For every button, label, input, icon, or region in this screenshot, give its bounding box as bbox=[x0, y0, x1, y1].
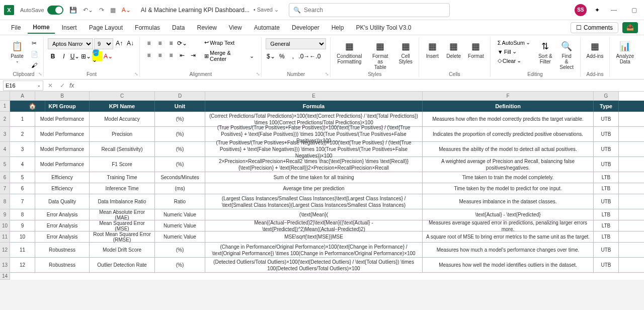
percent-icon[interactable]: % bbox=[277, 51, 287, 61]
search-box[interactable]: 🔍 bbox=[289, 3, 450, 17]
find-select-button[interactable]: 🔍 Find & Select bbox=[557, 38, 576, 71]
cut-icon[interactable]: ✂ bbox=[29, 38, 39, 48]
autosum-button[interactable]: Σ AutoSum ⌄ bbox=[495, 38, 533, 47]
orientation-icon[interactable]: ⟳⌄ bbox=[177, 38, 187, 48]
increase-decimal-icon[interactable]: .0→ bbox=[299, 51, 309, 61]
cell-definition[interactable]: Measures how often the model correctly p… bbox=[423, 112, 594, 126]
cell-group[interactable]: Error Analysis bbox=[35, 231, 90, 242]
tab-automate[interactable]: Automate bbox=[249, 22, 285, 33]
cell-num[interactable]: 8 bbox=[10, 209, 35, 220]
tab-file[interactable]: File bbox=[6, 22, 26, 33]
font-select[interactable]: Aptos Narrow bbox=[48, 38, 93, 49]
cell-name[interactable]: Model Accuracy bbox=[90, 112, 155, 126]
align-center-icon[interactable]: ≡ bbox=[155, 50, 165, 60]
cell-num[interactable]: 6 bbox=[10, 183, 35, 194]
col-header-d[interactable]: D bbox=[155, 92, 205, 101]
conditional-formatting-button[interactable]: ▦ Conditional Formatting bbox=[335, 38, 364, 65]
col-header-a[interactable]: A bbox=[10, 92, 35, 101]
cell-formula[interactable]: (Detected Outliers/Total Outliers)×100(\… bbox=[205, 258, 423, 272]
cell-unit[interactable]: (%) bbox=[155, 157, 205, 172]
cell-type[interactable]: LTB bbox=[594, 172, 619, 183]
number-launcher[interactable]: ⤡ bbox=[325, 71, 329, 76]
cell-definition[interactable]: A weighted average of Precision and Reca… bbox=[423, 157, 594, 172]
cell-group[interactable]: Error Analysis bbox=[35, 220, 90, 231]
cell-formula[interactable]: Average time per prediction bbox=[205, 183, 423, 194]
cell-definition[interactable]: Measures how much a model's performance … bbox=[423, 243, 594, 257]
cell-formula[interactable]: (Change in Performance/Original Performa… bbox=[205, 243, 423, 257]
cell-type[interactable]: LTB bbox=[594, 220, 619, 231]
fill-color-icon[interactable]: 🪣⌄ bbox=[92, 51, 102, 61]
name-box[interactable]: E16⌄ bbox=[3, 81, 43, 91]
saved-label[interactable]: • Saved ⌄ bbox=[254, 7, 279, 13]
cell-group[interactable]: Efficiency bbox=[35, 183, 90, 194]
cell-group[interactable]: Model Performance bbox=[35, 142, 90, 157]
grid-icon[interactable]: ▦ bbox=[110, 7, 116, 14]
col-header-c[interactable]: C bbox=[90, 92, 155, 101]
addins-button[interactable]: ▦ Add-ins bbox=[585, 38, 606, 60]
cell-group[interactable]: Error Analysis bbox=[35, 209, 90, 220]
cell-unit[interactable]: (%) bbox=[155, 127, 205, 141]
paste-button[interactable]: 📋 Paste ⌄ bbox=[8, 38, 26, 64]
minimize-button[interactable]: — bbox=[608, 7, 620, 14]
row-header[interactable]: 2 bbox=[0, 112, 10, 127]
cell-type[interactable]: LTB bbox=[594, 231, 619, 242]
row-header[interactable]: 10 bbox=[0, 220, 10, 231]
formula-input[interactable] bbox=[77, 83, 644, 89]
cell-name[interactable]: Data Imbalance Ratio bbox=[90, 194, 155, 209]
align-left-icon[interactable]: ≡ bbox=[144, 50, 154, 60]
cell-name[interactable]: Precision bbox=[90, 127, 155, 141]
tab-developer[interactable]: Developer bbox=[287, 22, 325, 33]
tab-page-layout[interactable]: Page Layout bbox=[84, 22, 128, 33]
cell-unit[interactable]: (%) bbox=[155, 243, 205, 257]
avatar[interactable]: SS bbox=[575, 4, 587, 16]
cell-definition[interactable]: Time taken by the model to predict for o… bbox=[423, 183, 594, 194]
row-header[interactable]: 6 bbox=[0, 172, 10, 183]
tab-help[interactable]: Help bbox=[327, 22, 349, 33]
align-top-icon[interactable]: ≡ bbox=[144, 38, 154, 48]
copilot-icon[interactable]: ✦ bbox=[595, 7, 600, 14]
sort-filter-button[interactable]: ⇅ Sort & Filter bbox=[536, 38, 554, 65]
number-format-select[interactable]: General bbox=[266, 38, 326, 49]
cell-unit[interactable]: (%) bbox=[155, 112, 205, 126]
cell-type[interactable]: UTB bbox=[594, 127, 619, 141]
cell-definition[interactable]: \text{Actual} - \text{Predicted} bbox=[423, 209, 594, 220]
cell-num[interactable]: 3 bbox=[10, 142, 35, 157]
cell-num[interactable]: 1 bbox=[10, 112, 35, 126]
cell-num[interactable]: 11 bbox=[10, 243, 35, 257]
cell-name[interactable]: Inference Time bbox=[90, 183, 155, 194]
col-header-b[interactable]: B bbox=[35, 92, 90, 101]
decrease-decimal-icon[interactable]: ←.0 bbox=[310, 51, 320, 61]
cell-formula[interactable]: 2×Precision×RecallPrecision+Recall2 \tim… bbox=[205, 157, 423, 172]
row-header[interactable]: 9 bbox=[0, 209, 10, 220]
cell-type[interactable]: UTB bbox=[594, 112, 619, 126]
cell-formula[interactable]: Sum of the time taken for all training bbox=[205, 172, 423, 183]
border-icon[interactable]: ⊞⌄ bbox=[81, 51, 91, 61]
cell-formula[interactable]: (True Positives/(True Positives+False Ne… bbox=[205, 142, 423, 157]
align-bottom-icon[interactable]: ≡ bbox=[166, 38, 176, 48]
insert-button[interactable]: ▦ Insert bbox=[423, 38, 441, 60]
italic-button[interactable]: I bbox=[59, 51, 69, 61]
format-painter-icon[interactable]: 🖌 bbox=[29, 60, 39, 70]
cell-group[interactable]: Model Performance bbox=[35, 112, 90, 126]
cell-group[interactable]: Model Performance bbox=[35, 157, 90, 172]
fx-label[interactable]: fx bbox=[69, 82, 74, 89]
home-cell-icon[interactable]: 🏠 bbox=[20, 101, 45, 112]
analyze-data-button[interactable]: 📊 Analyze Data bbox=[614, 38, 636, 65]
copy-icon[interactable]: 📄 bbox=[29, 49, 39, 59]
row-header[interactable]: 8 bbox=[0, 194, 10, 209]
doc-title[interactable]: AI & Machine Learning KPI Dashboard... bbox=[141, 7, 250, 14]
row-header[interactable]: 3 bbox=[0, 127, 10, 142]
row-header[interactable]: 13 bbox=[0, 258, 10, 273]
row-header[interactable]: 1 bbox=[0, 101, 10, 112]
maximize-button[interactable]: ▢ bbox=[628, 7, 640, 14]
cell-type[interactable]: UTB bbox=[594, 142, 619, 157]
tab-formulas[interactable]: Formulas bbox=[130, 22, 165, 33]
cell-unit[interactable]: Seconds/Minutes bbox=[155, 172, 205, 183]
clipboard-launcher[interactable]: ⤡ bbox=[38, 71, 42, 76]
col-header-g[interactable]: G bbox=[594, 92, 619, 101]
increase-font-icon[interactable]: A↑ bbox=[114, 38, 124, 48]
select-all-corner[interactable] bbox=[0, 92, 10, 101]
col-header-f[interactable]: F bbox=[423, 92, 594, 101]
align-right-icon[interactable]: ≡ bbox=[166, 50, 176, 60]
cell-definition[interactable]: Measures how well the model identifies o… bbox=[423, 258, 594, 272]
